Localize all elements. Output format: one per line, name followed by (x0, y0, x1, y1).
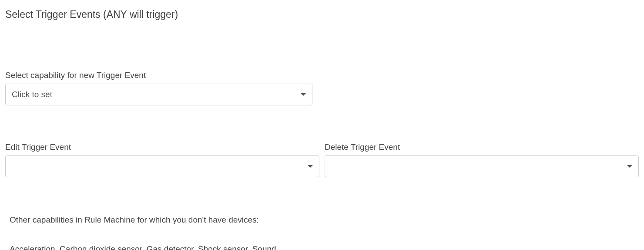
other-capabilities-heading: Other capabilities in Rule Machine for w… (10, 214, 639, 226)
edit-trigger-label: Edit Trigger Event (5, 142, 319, 152)
caret-down-icon (627, 165, 632, 168)
page-title: Select Trigger Events (ANY will trigger) (5, 9, 639, 20)
delete-trigger-label: Delete Trigger Event (325, 142, 639, 152)
edit-trigger-select[interactable] (5, 155, 319, 177)
caret-down-icon (301, 93, 306, 96)
capability-select-value: Click to set (12, 90, 301, 99)
other-capabilities-list: Acceleration, Carbon dioxide sensor, Gas… (10, 243, 639, 250)
capability-select[interactable]: Click to set (5, 84, 312, 105)
delete-trigger-select[interactable] (325, 155, 639, 177)
caret-down-icon (308, 165, 313, 168)
capability-select-label: Select capability for new Trigger Event (5, 71, 639, 80)
